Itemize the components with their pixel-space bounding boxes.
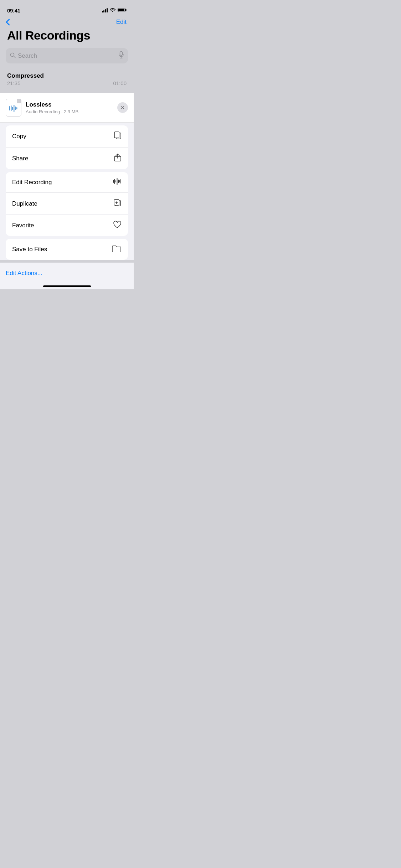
action-sheet-header: Lossless Audio Recording · 2.9 MB ✕ [0, 93, 134, 123]
share-action[interactable]: Share [6, 148, 128, 169]
svg-rect-13 [16, 107, 17, 109]
recording-meta: 21:35 01:00 [7, 80, 127, 86]
folder-icon [112, 244, 122, 254]
file-name: Lossless [26, 101, 78, 108]
duplicate-action[interactable]: Duplicate [6, 193, 128, 215]
svg-line-4 [14, 56, 16, 58]
copy-icon [114, 131, 122, 141]
svg-rect-23 [120, 179, 121, 184]
svg-rect-5 [120, 52, 123, 56]
waveform-icon [113, 178, 122, 187]
file-subtitle: Audio Recording · 2.9 MB [26, 109, 78, 114]
action-group-1: Copy Share [6, 125, 128, 169]
edit-actions-button[interactable]: Edit Actions... [6, 265, 128, 283]
home-indicator [0, 283, 134, 289]
recording-item-compressed[interactable]: Compressed 21:35 01:00 [0, 68, 134, 91]
svg-rect-10 [12, 107, 13, 110]
heart-icon [113, 221, 122, 230]
svg-rect-12 [15, 107, 16, 110]
save-to-files-action[interactable]: Save to Files [6, 239, 128, 260]
recording-name: Compressed [7, 72, 127, 79]
search-bar-container: Search [0, 48, 134, 68]
edit-actions-row: Edit Actions... [0, 263, 134, 283]
home-bar [43, 285, 91, 287]
edit-button[interactable]: Edit [116, 19, 127, 26]
svg-rect-2 [118, 9, 124, 11]
edit-recording-action[interactable]: Edit Recording [6, 172, 128, 193]
recording-timestamp: 21:35 [7, 80, 21, 86]
file-info: Lossless Audio Recording · 2.9 MB [6, 99, 78, 117]
search-icon [10, 52, 16, 59]
file-text-info: Lossless Audio Recording · 2.9 MB [26, 101, 78, 114]
signal-icon [102, 8, 108, 12]
svg-rect-9 [11, 105, 12, 111]
action-group-2: Edit Recording Duplicate [6, 172, 128, 236]
svg-rect-1 [125, 9, 127, 11]
duplicate-icon [113, 198, 122, 209]
share-icon [114, 153, 122, 164]
page-title-section: All Recordings [0, 27, 134, 48]
recording-duration: 01:00 [113, 80, 127, 86]
edit-recording-label: Edit Recording [12, 179, 52, 186]
search-bar[interactable]: Search [6, 48, 128, 63]
svg-rect-17 [113, 180, 114, 183]
svg-rect-11 [14, 105, 15, 112]
status-icons [102, 7, 127, 14]
svg-rect-20 [117, 178, 118, 185]
back-button[interactable] [6, 19, 10, 26]
microphone-icon[interactable] [119, 51, 124, 60]
duplicate-label: Duplicate [12, 200, 37, 207]
svg-rect-22 [119, 180, 120, 182]
file-waveform-icon [9, 105, 18, 112]
action-sheet: Lossless Audio Recording · 2.9 MB ✕ Copy… [0, 93, 134, 289]
save-to-files-label: Save to Files [12, 246, 47, 253]
share-label: Share [12, 155, 28, 162]
svg-rect-15 [114, 132, 119, 138]
action-sheet-close-button[interactable]: ✕ [117, 102, 128, 113]
file-icon [6, 99, 21, 117]
battery-icon [118, 7, 127, 14]
wifi-icon [110, 7, 115, 14]
svg-rect-18 [114, 179, 115, 184]
favorite-label: Favorite [12, 222, 34, 229]
search-placeholder[interactable]: Search [18, 52, 117, 60]
copy-label: Copy [12, 133, 26, 140]
favorite-action[interactable]: Favorite [6, 215, 128, 236]
file-fold [17, 99, 21, 103]
action-groups: Copy Share [0, 123, 134, 260]
svg-rect-19 [115, 180, 116, 182]
svg-rect-21 [118, 180, 119, 183]
status-time: 09:41 [7, 7, 20, 14]
action-group-3: Save to Files [6, 239, 128, 260]
nav-bar: Edit [0, 16, 134, 27]
copy-action[interactable]: Copy [6, 125, 128, 148]
page-title: All Recordings [7, 29, 127, 42]
svg-rect-8 [9, 106, 10, 110]
status-bar: 09:41 [0, 0, 134, 16]
